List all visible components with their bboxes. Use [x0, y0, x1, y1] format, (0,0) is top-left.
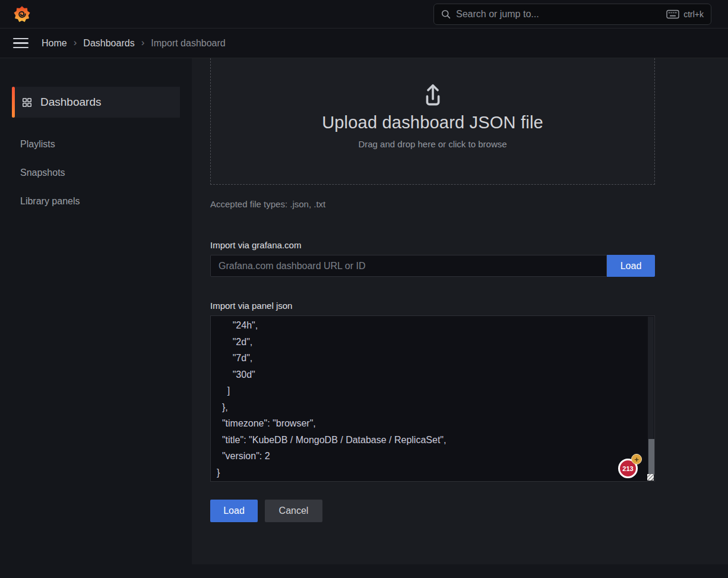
search-placeholder: Search or jump to... — [456, 9, 539, 20]
menu-toggle-button[interactable] — [13, 38, 29, 49]
breadcrumb-home[interactable]: Home — [42, 38, 67, 49]
import-grafana-com-label: Import via grafana.com — [210, 240, 655, 250]
gcom-load-button[interactable]: Load — [607, 255, 655, 277]
sidebar-item-dashboards[interactable]: Dashboards — [12, 87, 180, 118]
dropzone-subtitle: Drag and drop here or click to browse — [358, 139, 507, 149]
upload-dropzone[interactable]: Upload dashboard JSON file Drag and drop… — [210, 58, 655, 185]
cancel-button[interactable]: Cancel — [265, 500, 322, 522]
extension-badge[interactable]: 213 + — [618, 459, 638, 479]
sidebar-item-playlists[interactable]: Playlists — [20, 130, 192, 159]
breadcrumb: Home › Dashboards › Import dashboard — [42, 37, 226, 49]
search-shortcut: ctrl+k — [666, 10, 704, 19]
chevron-right-icon: › — [74, 37, 77, 49]
main-panel: Upload dashboard JSON file Drag and drop… — [192, 58, 728, 564]
sidebar-links: Playlists Snapshots Library panels — [0, 130, 192, 216]
search-icon — [441, 10, 451, 19]
panel-json-textarea[interactable]: "24h", "2d", "7d", "30d" ] }, "timezone"… — [210, 315, 655, 482]
breadcrumb-current-page: Import dashboard — [151, 38, 225, 49]
grafana-com-url-input[interactable] — [210, 255, 607, 277]
load-button[interactable]: Load — [210, 500, 258, 522]
apps-grid-icon — [21, 97, 33, 108]
chevron-right-icon: › — [141, 37, 145, 49]
grafana-logo-icon — [13, 5, 31, 23]
search-bar[interactable]: Search or jump to... ctrl+k — [433, 4, 711, 25]
grafana-logo[interactable] — [13, 5, 31, 23]
sidebar-section-label: Dashboards — [40, 96, 101, 109]
textarea-resize-handle[interactable] — [647, 474, 654, 481]
breadcrumb-bar: Home › Dashboards › Import dashboard — [0, 29, 728, 58]
grafana-com-import-row: Load — [210, 255, 655, 277]
upload-icon — [419, 82, 447, 109]
content-area: Dashboards Playlists Snapshots Library p… — [0, 58, 728, 578]
form-actions: Load Cancel — [210, 500, 655, 522]
dropzone-title: Upload dashboard JSON file — [322, 113, 543, 132]
top-bar: Search or jump to... ctrl+k — [0, 0, 728, 29]
keyboard-icon — [666, 10, 679, 19]
sidebar-item-library-panels[interactable]: Library panels — [20, 187, 192, 216]
import-panel-json-label: Import via panel json — [210, 301, 655, 311]
breadcrumb-dashboards[interactable]: Dashboards — [83, 38, 134, 49]
panel-json-content: "24h", "2d", "7d", "30d" ] }, "timezone"… — [211, 316, 654, 481]
accepted-file-types-note: Accepted file types: .json, .txt — [210, 199, 655, 209]
sidebar: Dashboards Playlists Snapshots Library p… — [0, 58, 192, 578]
shortcut-label: ctrl+k — [683, 10, 704, 19]
sidebar-item-snapshots[interactable]: Snapshots — [20, 159, 192, 187]
active-indicator — [12, 87, 15, 118]
textarea-scrollbar-thumb[interactable] — [648, 439, 654, 475]
extension-badge-plus-icon: + — [631, 454, 642, 465]
